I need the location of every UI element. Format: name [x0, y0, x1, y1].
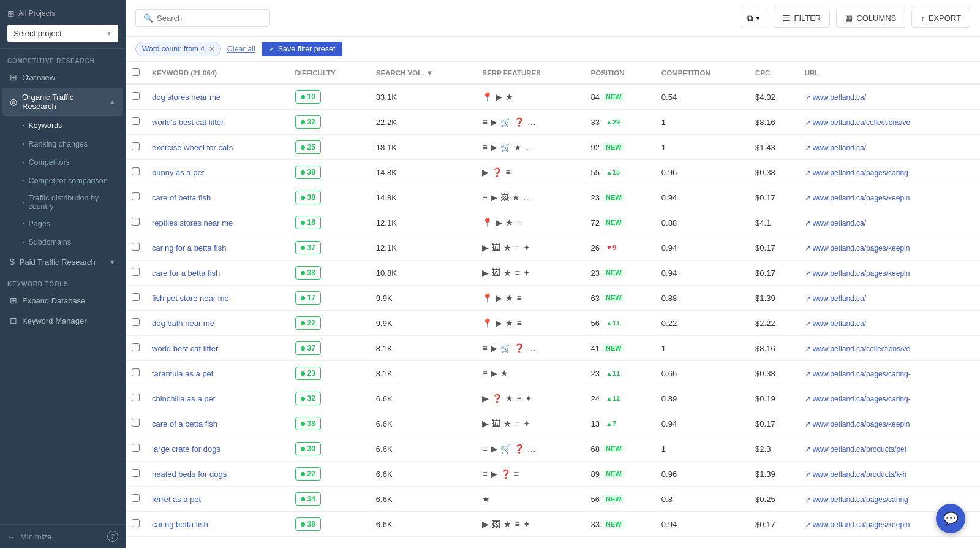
sidebar-item-pages[interactable]: Pages	[17, 215, 126, 233]
url-link[interactable]: www.petland.ca/products/pet	[813, 445, 907, 454]
url-link[interactable]: www.petland.ca/	[813, 143, 866, 152]
url-link[interactable]: www.petland.ca/pages/keepin	[813, 520, 910, 529]
sidebar-item-traffic-distribution[interactable]: Traffic distribution by country	[17, 190, 126, 215]
url-link[interactable]: www.petland.ca/pages/caring-	[813, 169, 911, 177]
serp-features-cell: 📍▶★≡	[476, 286, 584, 311]
url-link[interactable]: www.petland.ca/pages/keepin	[813, 244, 910, 253]
row-checkbox[interactable]	[132, 519, 140, 527]
url-link[interactable]: www.petland.ca/pages/caring-	[813, 395, 911, 403]
keyword-link[interactable]: heated beds for dogs	[152, 470, 227, 479]
competition-cell: 1	[655, 135, 749, 160]
minimize-button[interactable]: ← Minimize ?	[7, 531, 118, 542]
row-checkbox[interactable]	[132, 394, 140, 401]
serp-icon: ❓	[492, 394, 502, 403]
keyword-link[interactable]: ferret as a pet	[152, 495, 201, 504]
project-select[interactable]: Select project ▼	[7, 25, 118, 42]
cpc-col-header[interactable]: CPC	[749, 62, 799, 84]
row-checkbox[interactable]	[132, 92, 140, 100]
keyword-link[interactable]: world best cat litter	[152, 344, 218, 353]
cpc-cell: $4.1	[749, 210, 799, 235]
save-preset-button[interactable]: ✓ Save filter preset	[262, 42, 343, 56]
url-link[interactable]: www.petland.ca/pages/keepin	[813, 194, 910, 202]
competition-col-header[interactable]: COMPETITION	[655, 62, 749, 84]
sidebar-item-competitors[interactable]: Competitors	[17, 153, 126, 172]
row-checkbox[interactable]	[132, 368, 140, 376]
row-checkbox[interactable]	[132, 318, 140, 326]
url-link[interactable]: www.petland.ca/	[813, 93, 866, 102]
row-checkbox[interactable]	[132, 293, 140, 301]
keyword-link[interactable]: care for a betta fish	[152, 268, 220, 278]
url-col-header[interactable]: URL	[799, 62, 980, 84]
word-count-filter-chip[interactable]: Word count: from 4 ✕	[135, 42, 221, 56]
keyword-link[interactable]: chinchilla as a pet	[152, 394, 215, 403]
sidebar-item-competitor-comparison[interactable]: Competitor comparison	[17, 172, 126, 190]
sidebar-item-subdomains[interactable]: Subdomains	[17, 233, 126, 251]
keyword-link[interactable]: bunny as a pet	[152, 168, 204, 177]
url-link[interactable]: www.petland.ca/products/k-h	[813, 470, 907, 479]
table-row: bunny as a pet3814.8K▶❓≡55 ▲150.96$0.38↗…	[126, 160, 980, 185]
row-checkbox[interactable]	[132, 243, 140, 251]
table-row: large crate for dogs306.6K≡▶🛒❓…68 NEW1$2…	[126, 436, 980, 462]
help-icon[interactable]: ?	[107, 531, 118, 542]
url-link[interactable]: www.petland.ca/collections/ve	[813, 118, 910, 127]
url-link[interactable]: www.petland.ca/pages/keepin	[813, 269, 910, 278]
url-link[interactable]: www.petland.ca/	[813, 319, 866, 328]
url-link[interactable]: www.petland.ca/pages/caring-	[813, 370, 911, 378]
keyword-link[interactable]: reptiles stores near me	[152, 218, 233, 227]
all-projects-link[interactable]: ⊞ All Projects	[7, 9, 118, 18]
serp-features-col-header[interactable]: SERP FEATURES	[476, 62, 584, 84]
clear-all-button[interactable]: Clear all	[227, 45, 255, 53]
keyword-link[interactable]: fish pet store near me	[152, 294, 229, 303]
row-checkbox[interactable]	[132, 167, 140, 175]
search-input[interactable]	[157, 13, 262, 23]
url-link[interactable]: www.petland.ca/collections/ve	[813, 344, 910, 353]
position-badge: NEW	[603, 444, 625, 453]
filter-chip-close-icon[interactable]: ✕	[209, 45, 214, 53]
sidebar-item-ranking-changes[interactable]: Ranking changes	[17, 135, 126, 153]
select-all-checkbox[interactable]	[132, 68, 140, 76]
keyword-link[interactable]: caring betta fish	[152, 520, 208, 529]
keyword-link[interactable]: care of a betta fish	[152, 419, 217, 428]
row-checkbox[interactable]	[132, 192, 140, 200]
filter-button[interactable]: ☰ FILTER	[774, 9, 830, 28]
url-link[interactable]: www.petland.ca/pages/keepin	[813, 420, 910, 428]
keyword-link[interactable]: care of betta fish	[152, 193, 211, 202]
sidebar-item-keywords[interactable]: Keywords	[17, 116, 126, 135]
sidebar-item-paid-traffic-research[interactable]: $ Paid Traffic Research ▼	[2, 252, 123, 272]
keyword-link[interactable]: exercise wheel for cats	[152, 143, 233, 152]
export-button[interactable]: ↑ EXPORT	[911, 9, 970, 28]
cpc-cell: $2.3	[749, 436, 799, 462]
row-checkbox[interactable]	[132, 117, 140, 125]
keyword-col-header[interactable]: KEYWORD (21,064)	[146, 62, 289, 84]
row-checkbox[interactable]	[132, 419, 140, 427]
filter-label: FILTER	[794, 13, 821, 23]
keyword-link[interactable]: tarantula as a pet	[152, 369, 213, 378]
keyword-link[interactable]: dog stores near me	[152, 93, 221, 102]
difficulty-col-header[interactable]: DIFFICULTY	[289, 62, 370, 84]
keyword-link[interactable]: world's best cat litter	[152, 118, 224, 127]
sidebar-item-overview[interactable]: ⊞ Overview	[2, 67, 123, 87]
row-checkbox[interactable]	[132, 444, 140, 452]
copy-button[interactable]: ⧉ ▼	[741, 9, 768, 28]
select-all-header[interactable]	[126, 62, 146, 84]
columns-button[interactable]: ▦ COLUMNS	[836, 9, 905, 28]
sidebar-item-organic-traffic-research[interactable]: ◎ Organic Traffic Research ▲	[2, 88, 123, 116]
row-checkbox[interactable]	[132, 142, 140, 150]
row-checkbox[interactable]	[132, 469, 140, 477]
search-vol-col-header[interactable]: SEARCH VOL. ▼	[370, 62, 477, 84]
row-checkbox[interactable]	[132, 343, 140, 351]
sidebar-item-expand-database[interactable]: ⊞ Expand Database	[2, 291, 123, 310]
position-col-header[interactable]: POSITION	[585, 62, 655, 84]
keyword-link[interactable]: large crate for dogs	[152, 444, 221, 454]
keyword-link[interactable]: dog bath near me	[152, 319, 214, 328]
chat-fab-button[interactable]: 💬	[936, 504, 965, 533]
sidebar-item-keyword-manager[interactable]: ⊡ Keyword Manager	[2, 311, 123, 330]
row-checkbox[interactable]	[132, 218, 140, 226]
row-checkbox[interactable]	[132, 494, 140, 502]
row-checkbox[interactable]	[132, 268, 140, 276]
url-link[interactable]: www.petland.ca/	[813, 294, 866, 303]
search-box[interactable]: 🔍	[135, 9, 270, 27]
url-link[interactable]: www.petland.ca/	[813, 219, 866, 227]
url-link[interactable]: www.petland.ca/pages/caring-	[813, 495, 911, 504]
keyword-link[interactable]: caring for a betta fish	[152, 243, 226, 253]
